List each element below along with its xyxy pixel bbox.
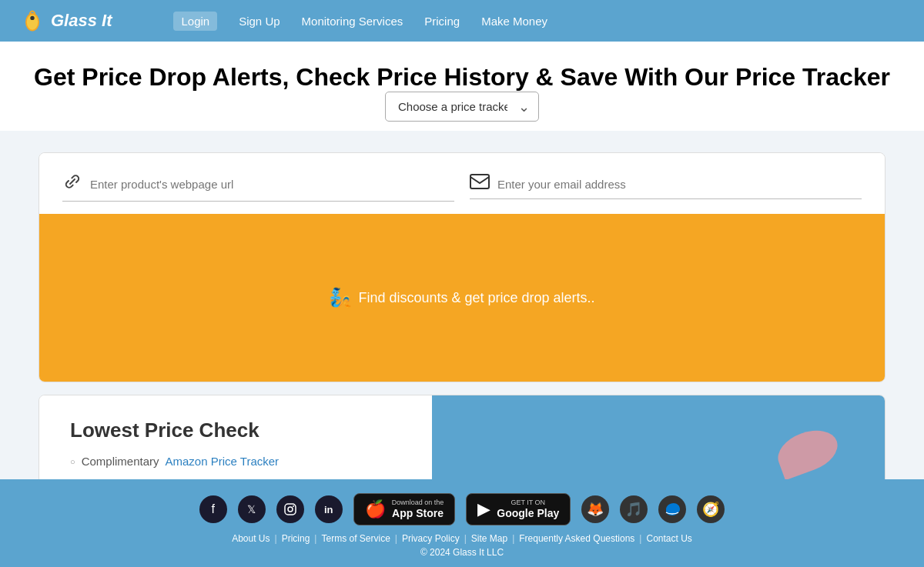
footer-icons: f 𝕏 in 🍎 Download on the App Store ▶ GET…	[15, 493, 909, 525]
list-item: Complimentary Amazon Price Tracker	[70, 455, 401, 468]
about-us-link[interactable]: About Us	[232, 533, 270, 544]
link-icon	[62, 172, 82, 196]
contact-link[interactable]: Contact Us	[646, 533, 691, 544]
logo-text: Glass It	[51, 11, 112, 31]
pricing-link[interactable]: Pricing	[282, 533, 310, 544]
google-play-badge[interactable]: ▶ GET IT ON Google Play	[466, 493, 571, 525]
terms-link[interactable]: Terms of Service	[321, 533, 390, 544]
app-store-badge[interactable]: 🍎 Download on the App Store	[353, 493, 456, 525]
svg-rect-4	[285, 504, 296, 515]
price-tracker-dropdown-wrapper[interactable]: Choose a price tracker Amazon eBay Walma…	[385, 92, 539, 122]
lower-title: Lowest Price Check	[70, 419, 401, 442]
lower-list: Complimentary Amazon Price Tracker	[70, 455, 401, 468]
app-store-label: Download on the App Store	[392, 499, 444, 520]
faq-link[interactable]: Frequently Asked Questions	[519, 533, 634, 544]
promo-text: 🧞 Find discounts & get price drop alerts…	[329, 287, 594, 309]
amazon-link[interactable]: Amazon Price Tracker	[166, 455, 280, 468]
nav-pricing[interactable]: Pricing	[424, 15, 460, 28]
decorative-shape	[772, 423, 843, 480]
firefox-icon[interactable]: 🦊	[581, 495, 609, 523]
facebook-icon[interactable]: f	[199, 495, 227, 523]
url-input[interactable]	[90, 178, 454, 191]
promo-label: Find discounts & get price drop alerts..	[358, 290, 594, 306]
privacy-link[interactable]: Privacy Policy	[402, 533, 460, 544]
safari-icon[interactable]: 🧭	[697, 495, 725, 523]
footer-links: About Us | Pricing | Terms of Service | …	[15, 533, 909, 544]
logo[interactable]: Glass It	[18, 7, 112, 35]
sitemap-link[interactable]: Site Map	[471, 533, 507, 544]
opera-icon[interactable]: 🎵	[620, 495, 648, 523]
price-tracker-dropdown[interactable]: Choose a price tracker Amazon eBay Walma…	[385, 92, 539, 122]
svg-point-5	[288, 507, 293, 512]
nav-monitoring[interactable]: Monitoring Services	[302, 15, 403, 28]
copyright: © 2024 Glass It LLC	[15, 547, 909, 558]
email-input[interactable]	[497, 178, 862, 191]
hero-title: Get Price Drop Alerts, Check Price Histo…	[15, 63, 909, 92]
svg-point-2	[30, 16, 34, 20]
cards-area: 🧞 Find discounts & get price drop alerts…	[0, 131, 924, 495]
orange-promo-section: 🧞 Find discounts & get price drop alerts…	[39, 214, 885, 382]
main-card: 🧞 Find discounts & get price drop alerts…	[38, 152, 886, 382]
instagram-icon[interactable]	[276, 495, 304, 523]
item-label: Complimentary	[82, 455, 159, 468]
nav-make-money[interactable]: Make Money	[481, 15, 547, 28]
nav-login[interactable]: Login	[173, 12, 217, 31]
svg-rect-3	[470, 175, 489, 188]
nav-signup[interactable]: Sign Up	[239, 15, 280, 28]
edge-icon[interactable]	[658, 495, 686, 523]
url-input-group	[62, 172, 454, 202]
hero-section: Get Price Drop Alerts, Check Price Histo…	[0, 42, 924, 131]
linkedin-icon[interactable]: in	[315, 495, 343, 523]
input-row	[39, 153, 885, 214]
google-play-label: GET IT ON Google Play	[497, 499, 559, 520]
genie-emoji: 🧞	[329, 287, 352, 309]
svg-point-6	[293, 505, 294, 507]
twitter-icon[interactable]: 𝕏	[238, 495, 266, 523]
footer: f 𝕏 in 🍎 Download on the App Store ▶ GET…	[0, 479, 924, 567]
email-input-group	[470, 174, 862, 199]
main-nav: Login Sign Up Monitoring Services Pricin…	[173, 12, 547, 31]
email-icon	[470, 174, 490, 194]
